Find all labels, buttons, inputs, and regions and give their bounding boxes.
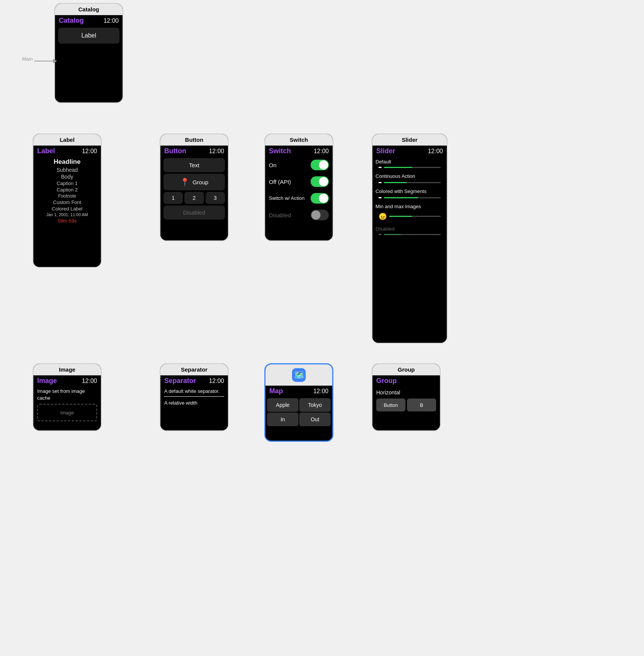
- separator-frame: Separator Separator 12:00 A default whit…: [160, 363, 229, 431]
- slider-minmax-row[interactable]: 😠: [375, 211, 444, 222]
- label-date: Jan 1, 2001, 11:00 AM: [36, 212, 98, 217]
- label-caption1: Caption 1: [36, 180, 98, 187]
- image-app-title: Image: [37, 377, 57, 385]
- label-subhead: Subhead: [36, 166, 98, 173]
- slider-status-bar: Slider 12:00: [372, 146, 447, 157]
- map-app-icon: 🗺️: [292, 368, 306, 382]
- label-title: Label: [33, 134, 101, 146]
- switch-disabled-toggle: [311, 210, 329, 220]
- catalog-label-button[interactable]: Label: [81, 32, 96, 39]
- toggle-knob-3: [319, 194, 328, 203]
- slider-default-row[interactable]: [375, 165, 444, 169]
- switch-off-label: Off (API): [269, 179, 291, 185]
- slider-colored-min: [379, 197, 382, 198]
- button-group-label: Group: [193, 179, 209, 185]
- map-status-bar: Map 12:00: [265, 386, 332, 397]
- button-num3[interactable]: 3: [206, 192, 225, 204]
- separator-time: 12:00: [209, 378, 224, 384]
- switch-off-toggle[interactable]: [311, 176, 329, 187]
- switch-status-bar: Switch 12:00: [265, 146, 333, 157]
- switch-off-row: Off (API): [265, 173, 333, 190]
- group-button-row: Button B: [376, 397, 436, 413]
- label-caption2: Caption 2: [36, 187, 98, 193]
- slider-default-label: Default: [375, 158, 444, 165]
- switch-disabled-row: Disabled: [265, 207, 333, 223]
- location-icon: 📍: [180, 177, 190, 187]
- button-disabled: Disabled: [163, 206, 225, 220]
- slider-title: Slider: [372, 134, 447, 146]
- slider-colored-label: Colored with Segments: [375, 188, 444, 196]
- slider-minmax-label: Min and max images: [375, 203, 444, 211]
- slider-continuous-row[interactable]: [375, 180, 444, 185]
- group-title: Group: [372, 364, 440, 375]
- switch-disabled-label: Disabled: [269, 212, 291, 218]
- slider-default-track: [384, 167, 441, 168]
- image-status-bar: Image 12:00: [33, 375, 101, 386]
- button-num1[interactable]: 1: [163, 192, 183, 204]
- label-body: Body: [36, 173, 98, 180]
- switch-time: 12:00: [314, 148, 329, 155]
- map-tokyo-btn[interactable]: Tokyo: [299, 398, 331, 412]
- slider-disabled-row: [375, 232, 444, 237]
- group-button-2-label: B: [420, 402, 423, 408]
- separator-line-white: [164, 396, 224, 397]
- image-placeholder: Image: [37, 404, 97, 421]
- slider-disabled-track: [384, 234, 441, 235]
- group-button-1-label: Button: [384, 402, 398, 408]
- button-status-bar: Button 12:00: [160, 146, 228, 157]
- switch-frame: Switch Switch 12:00 On Off (API) Switch …: [264, 133, 333, 241]
- slider-time: 12:00: [428, 148, 443, 155]
- button-app-title: Button: [164, 147, 186, 155]
- map-apple-btn[interactable]: Apple: [267, 398, 298, 412]
- slider-disabled-section: Disabled: [372, 224, 447, 238]
- map-app-title: Map: [269, 387, 283, 395]
- toggle-knob-4: [311, 210, 320, 220]
- image-desc: Image set from image cache Image: [33, 386, 101, 423]
- button-group[interactable]: 📍 Group: [163, 174, 225, 190]
- slider-minmax-track: [389, 216, 441, 217]
- arrow-line: [34, 59, 57, 63]
- catalog-frame: Catalog Catalog 12:00 Label: [54, 3, 123, 103]
- button-number-row: 1 2 3: [163, 192, 225, 204]
- group-button-1[interactable]: Button: [376, 399, 405, 411]
- map-icon: 🗺️: [294, 370, 304, 380]
- slider-colored-row[interactable]: [375, 196, 444, 200]
- slider-disabled-min: [379, 234, 382, 235]
- slider-default-fill: [384, 167, 412, 168]
- slider-colored-track: [384, 197, 441, 198]
- slider-colored-section: Colored with Segments: [372, 186, 447, 201]
- label-custom-font: Custom Font: [36, 199, 98, 206]
- image-time: 12:00: [82, 378, 97, 384]
- slider-app-title: Slider: [376, 147, 395, 155]
- slider-continuous-track: [384, 182, 441, 183]
- switch-on-label: On: [269, 162, 276, 168]
- separator-title: Separator: [160, 364, 228, 375]
- button-num2[interactable]: 2: [184, 192, 204, 204]
- button-text[interactable]: Text: [163, 158, 225, 172]
- slider-minmax-fill: [389, 216, 412, 217]
- slider-minmax-section: Min and max images 😠: [372, 201, 447, 224]
- switch-action-row: Switch w/ Action: [265, 190, 333, 207]
- button-title: Button: [160, 134, 228, 146]
- map-in-btn[interactable]: In: [267, 413, 298, 426]
- slider-continuous-label: Continuous Action: [375, 173, 444, 180]
- slider-continuous-fill: [384, 182, 407, 183]
- group-content: Horizontal Button B: [372, 386, 440, 414]
- switch-action-label: Switch w/ Action: [269, 195, 305, 202]
- label-headline: Headline: [36, 157, 98, 166]
- map-out-btn[interactable]: Out: [299, 413, 331, 426]
- switch-on-toggle[interactable]: [311, 160, 329, 170]
- toggle-knob: [319, 160, 328, 169]
- map-grid: Apple Tokyo In Out: [265, 397, 332, 428]
- label-time: 12:00: [82, 148, 97, 155]
- switch-title: Switch: [265, 134, 333, 146]
- separator-desc1: A default white separator.: [164, 388, 224, 395]
- group-status-bar: Group: [372, 375, 440, 386]
- slider-continuous-min: [379, 182, 382, 183]
- label-app-title: Label: [37, 147, 55, 155]
- label-footnote: Footnote: [36, 193, 98, 199]
- slider-colored-fill: [384, 197, 418, 198]
- switch-action-toggle[interactable]: [311, 193, 329, 204]
- group-button-2[interactable]: B: [407, 399, 436, 411]
- relative-width-label: [160, 410, 167, 413]
